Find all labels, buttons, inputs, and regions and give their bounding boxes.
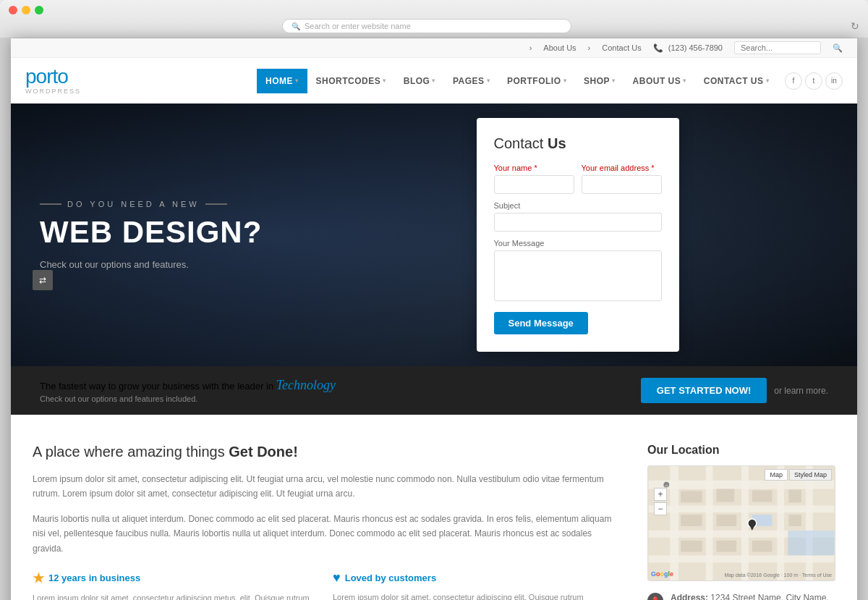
- hero-content: DO YOU NEED A NEW WEB DESIGN? Check out …: [11, 156, 477, 313]
- topbar-about-us[interactable]: About Us: [543, 43, 576, 52]
- svg-rect-9: [806, 466, 813, 580]
- map-copyright: Map data ©2016 Google · 100 m · Terms of…: [724, 572, 832, 578]
- facebook-icon[interactable]: f: [785, 72, 802, 90]
- refresh-button[interactable]: ↻: [851, 20, 859, 32]
- nav-item-pages[interactable]: PAGES ▾: [444, 69, 498, 93]
- cta-right-area: Get Started Now! or learn more.: [641, 378, 828, 403]
- svg-rect-6: [706, 466, 713, 580]
- nav-item-blog[interactable]: BLOG ▾: [395, 69, 444, 93]
- share-widget[interactable]: ⇄: [33, 270, 53, 290]
- map-btn-map[interactable]: Map: [765, 469, 788, 481]
- cta-main-text: The fastest way to grow your business wi…: [40, 378, 336, 393]
- name-field-group: Your name *: [494, 164, 574, 194]
- cta-text-area: The fastest way to grow your business wi…: [40, 378, 336, 403]
- map-zoom-in[interactable]: +: [654, 488, 667, 501]
- name-input[interactable]: [494, 175, 574, 194]
- logo-sub: wordpress: [25, 88, 81, 95]
- subject-input[interactable]: [494, 213, 662, 232]
- svg-rect-13: [788, 490, 801, 503]
- message-field-group: Your Message: [494, 239, 662, 303]
- email-label: Your email address *: [582, 164, 662, 172]
- nav-item-shop[interactable]: SHOP ▾: [575, 69, 624, 93]
- logo-text: porto: [25, 67, 68, 87]
- nav-item-contact-us[interactable]: CONTACT US ▾: [695, 69, 778, 93]
- svg-rect-18: [681, 541, 702, 552]
- address-bar[interactable]: 🔍 Search or enter website name: [282, 19, 571, 33]
- nav-arrow-pages: ▾: [487, 77, 490, 84]
- topbar-phone: 📞 (123) 456-7890: [653, 43, 723, 53]
- contact-info: 📍 Address: 1234 Street Name, City Name, …: [647, 593, 835, 600]
- name-label: Your name *: [494, 164, 574, 172]
- content-right: Our Location Map Styled Map: [647, 444, 835, 600]
- map-zoom-controls: + −: [654, 488, 667, 515]
- contact-card: Contact Us Your name * Your ema: [477, 118, 679, 352]
- contact-card-area: Contact Us Your name * Your ema: [477, 118, 679, 352]
- message-textarea[interactable]: [494, 250, 662, 301]
- feature-customers-text: Lorem ipsum dolor sit amet, consectetur …: [333, 591, 618, 600]
- cta-tech-word: Technology: [276, 378, 336, 392]
- location-title: Our Location: [647, 444, 835, 457]
- hero-section: ⇄ DO YOU NEED A NEW WEB DESIGN? Check ou…: [11, 103, 857, 366]
- linkedin-icon[interactable]: in: [825, 72, 843, 90]
- top-bar: › About Us › Contact Us 📞 (123) 456-7890…: [11, 38, 857, 58]
- feature-years-text: Lorem ipsum dolor sit amet, consectetur …: [33, 592, 318, 600]
- svg-rect-17: [788, 515, 801, 526]
- topbar-contact-us[interactable]: Contact Us: [602, 43, 641, 52]
- nav-item-portfolio[interactable]: PORTFOLIO ▾: [498, 69, 575, 93]
- main-content: A place where amazing things Get Done! L…: [11, 415, 857, 600]
- subject-field-group: Subject: [494, 201, 662, 232]
- nav-item-home[interactable]: HOME ▾: [257, 69, 307, 93]
- email-input[interactable]: [582, 175, 662, 194]
- topbar-search-input[interactable]: [734, 41, 821, 54]
- hero-description: Check out our options and features.: [40, 259, 448, 270]
- logo[interactable]: porto wordpress: [25, 67, 81, 95]
- svg-rect-11: [716, 489, 734, 502]
- feature-years-title: ★ 12 years in business: [33, 570, 318, 586]
- map-zoom-out[interactable]: −: [654, 502, 667, 515]
- map-btn-styled[interactable]: Styled Map: [789, 469, 832, 481]
- svg-rect-5: [670, 466, 678, 580]
- svg-rect-20: [752, 541, 773, 552]
- nav-arrow-about: ▾: [683, 77, 686, 84]
- nav-item-shortcodes[interactable]: SHORTCODES ▾: [307, 69, 395, 93]
- google-logo: Google: [651, 570, 673, 578]
- nav-arrow-home: ▾: [295, 77, 299, 84]
- svg-rect-21: [788, 531, 834, 556]
- svg-rect-14: [681, 515, 702, 526]
- feature-years: ★ 12 years in business Lorem ipsum dolor…: [33, 570, 318, 600]
- nav-item-about-us[interactable]: ABOUT US ▾: [624, 69, 695, 93]
- minimize-dot[interactable]: [22, 6, 30, 14]
- nav-arrow-blog: ▾: [432, 77, 435, 84]
- map-container: Map Styled Map: [647, 465, 835, 581]
- map-toolbar: Map Styled Map: [765, 469, 832, 481]
- maximize-dot[interactable]: [35, 6, 43, 14]
- cta-bar: The fastest way to grow your business wi…: [11, 366, 857, 415]
- cta-learn-more[interactable]: or learn more.: [774, 386, 828, 396]
- feature-customers: ♥ Loved by customers Lorem ipsum dolor s…: [333, 570, 618, 600]
- svg-rect-8: [777, 466, 784, 580]
- body-paragraph-2: Mauris lobortis nulla ut aliquet interdu…: [33, 512, 618, 556]
- address-text: Search or enter website name: [305, 22, 411, 30]
- contact-address: 📍 Address: 1234 Street Name, City Name, …: [647, 593, 835, 600]
- body-paragraph-1: Lorem ipsum dolor sit amet, consectetur …: [33, 472, 618, 502]
- content-left: A place where amazing things Get Done! L…: [33, 444, 618, 600]
- svg-rect-15: [716, 515, 736, 526]
- star-icon: ★: [33, 570, 44, 586]
- twitter-icon[interactable]: t: [805, 72, 822, 90]
- send-message-button[interactable]: Send Message: [494, 312, 588, 334]
- section-title: A place where amazing things Get Done!: [33, 444, 618, 460]
- topbar-search-icon: 🔍: [833, 43, 843, 53]
- nav-arrow-shop: ▾: [612, 77, 616, 84]
- svg-rect-10: [681, 491, 702, 503]
- get-started-button[interactable]: Get Started Now!: [641, 378, 767, 403]
- nav-arrow-shortcodes: ▾: [383, 77, 386, 84]
- hero-subtitle: DO YOU NEED A NEW: [40, 200, 448, 208]
- contact-address-text: Address: 1234 Street Name, City Name, Un…: [671, 593, 835, 600]
- site-header: porto wordpress HOME ▾ SHORTCODES ▾ BLOG…: [11, 58, 857, 103]
- message-label: Your Message: [494, 239, 662, 248]
- email-field-group: Your email address *: [582, 164, 662, 194]
- close-dot[interactable]: [9, 6, 17, 14]
- feature-customers-title: ♥ Loved by customers: [333, 570, 618, 586]
- cta-text-before: The fastest way to grow your business wi…: [40, 381, 273, 392]
- location-icon: 📍: [647, 593, 663, 600]
